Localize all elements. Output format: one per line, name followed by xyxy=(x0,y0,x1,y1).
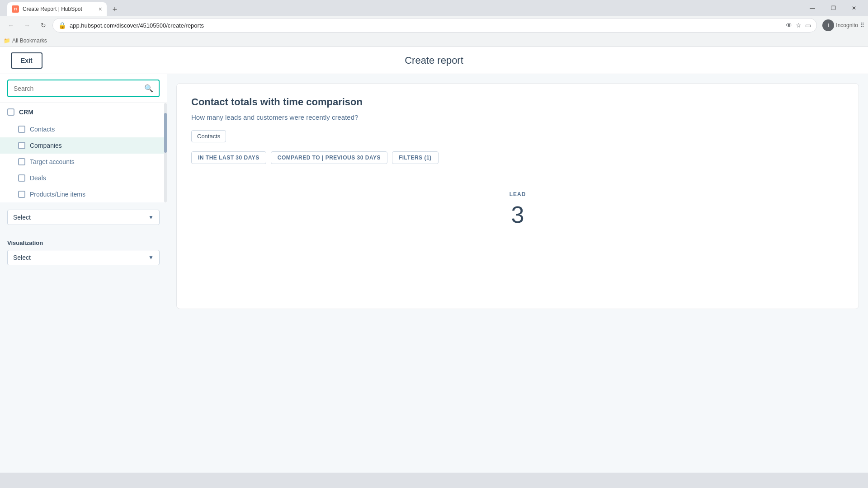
filter-badge-0[interactable]: IN THE LAST 30 DAYS xyxy=(191,151,266,164)
report-subtitle: How many leads and customers were recent… xyxy=(191,113,844,121)
secure-icon: 🔒 xyxy=(58,22,66,29)
crm-group-header[interactable]: CRM xyxy=(0,103,167,121)
select-dropdown-1-value: Select xyxy=(13,214,31,221)
search-icon[interactable]: 🔍 xyxy=(144,84,153,93)
exit-button[interactable]: Exit xyxy=(11,52,42,69)
minimize-button[interactable]: — xyxy=(802,0,823,16)
left-sidebar: 🔍 CRM Contacts xyxy=(0,74,167,473)
data-value: 3 xyxy=(191,201,844,228)
bookmarks-bar: 📁 All Bookmarks xyxy=(0,34,868,47)
maximize-button[interactable]: ❐ xyxy=(823,0,844,16)
extensions-icon: ⠿ xyxy=(860,22,864,29)
eye-slash-icon: 👁 xyxy=(786,22,792,29)
dropdown-arrow-viz: ▼ xyxy=(148,254,154,261)
close-window-button[interactable]: ✕ xyxy=(844,0,864,16)
companies-label: Companies xyxy=(30,142,62,149)
deals-label: Deals xyxy=(30,174,46,182)
profile-button[interactable]: I xyxy=(822,19,834,31)
contacts-checkbox[interactable] xyxy=(18,126,25,133)
app-header: Exit Create report xyxy=(0,47,868,74)
app-content: Exit Create report 🔍 xyxy=(0,47,868,473)
target-accounts-label: Target accounts xyxy=(30,158,75,165)
address-bar-icons: 👁 ☆ ▭ xyxy=(786,22,811,29)
data-label: LEAD xyxy=(191,191,844,197)
crm-list: CRM Contacts Companies xyxy=(0,103,167,202)
report-filters: IN THE LAST 30 DAYS COMPARED TO | PREVIO… xyxy=(191,151,844,164)
contacts-label: Contacts xyxy=(30,126,55,133)
report-card: Contact totals with time comparison How … xyxy=(176,83,859,309)
report-title: Contact totals with time comparison xyxy=(191,96,844,108)
star-icon: ☆ xyxy=(796,22,802,29)
visualization-section: Visualization Select ▼ xyxy=(0,232,167,272)
sidebar-icon: ▭ xyxy=(805,22,811,29)
deals-checkbox[interactable] xyxy=(18,174,25,182)
crm-list-wrapper: CRM Contacts Companies xyxy=(0,103,167,202)
crm-item-products[interactable]: Products/Line items xyxy=(0,186,167,202)
filter-badge-2[interactable]: FILTERS (1) xyxy=(392,151,439,164)
target-accounts-checkbox[interactable] xyxy=(18,158,25,165)
search-input[interactable] xyxy=(14,85,141,92)
filter-badge-1[interactable]: COMPARED TO | PREVIOUS 30 DAYS xyxy=(271,151,387,164)
address-bar-row: ← → ↻ 🔒 app.hubspot.com/discover/4510550… xyxy=(0,16,868,34)
report-tag[interactable]: Contacts xyxy=(191,130,226,142)
products-checkbox[interactable] xyxy=(18,191,25,198)
address-bar[interactable]: 🔒 app.hubspot.com/discover/45105500/crea… xyxy=(52,18,817,33)
crm-item-contacts[interactable]: Contacts xyxy=(0,121,167,137)
page-title: Create report xyxy=(405,55,463,66)
url-text: app.hubspot.com/discover/45105500/create… xyxy=(70,22,782,29)
crm-group-label: CRM xyxy=(19,108,33,116)
scroll-thumb xyxy=(164,113,167,153)
crm-group-checkbox[interactable] xyxy=(7,108,14,116)
forward-button[interactable]: → xyxy=(20,18,34,33)
hubspot-favicon: H xyxy=(12,5,19,13)
select-dropdown-1[interactable]: Select ▼ xyxy=(7,210,160,225)
browser-tab[interactable]: H Create Report | HubSpot × xyxy=(7,2,107,16)
tab-close-button[interactable]: × xyxy=(99,5,102,13)
visualization-dropdown[interactable]: Select ▼ xyxy=(7,250,160,265)
right-content: Contact totals with time comparison How … xyxy=(167,74,868,473)
browser-titlebar: H Create Report | HubSpot × + — ❐ ✕ xyxy=(0,0,868,16)
companies-checkbox[interactable] xyxy=(18,142,25,149)
incognito-label: Incognito xyxy=(836,22,858,28)
bookmarks-folder-icon: 📁 xyxy=(4,38,10,44)
crm-item-companies[interactable]: Companies xyxy=(0,137,167,154)
tab-bar: H Create Report | HubSpot × + xyxy=(4,0,125,16)
refresh-button[interactable]: ↻ xyxy=(36,18,51,33)
bookmarks-label: All Bookmarks xyxy=(12,38,47,44)
browser-right-icons: I Incognito ⠿ xyxy=(822,19,864,31)
new-tab-button[interactable]: + xyxy=(108,3,121,16)
back-button[interactable]: ← xyxy=(4,18,18,33)
search-box[interactable]: 🔍 xyxy=(7,80,160,97)
main-layout: 🔍 CRM Contacts xyxy=(0,74,868,473)
crm-item-deals[interactable]: Deals xyxy=(0,170,167,186)
report-data: LEAD 3 xyxy=(191,182,844,228)
scroll-track xyxy=(164,103,167,202)
dropdown-arrow-1: ▼ xyxy=(148,214,154,221)
visualization-value: Select xyxy=(13,254,31,261)
search-container: 🔍 xyxy=(0,74,167,103)
products-label: Products/Line items xyxy=(30,191,85,198)
visualization-label: Visualization xyxy=(7,239,160,246)
tab-title: Create Report | HubSpot xyxy=(23,6,82,12)
crm-item-target-accounts[interactable]: Target accounts xyxy=(0,154,167,170)
select-dropdown-section-1: Select ▼ xyxy=(0,202,167,232)
